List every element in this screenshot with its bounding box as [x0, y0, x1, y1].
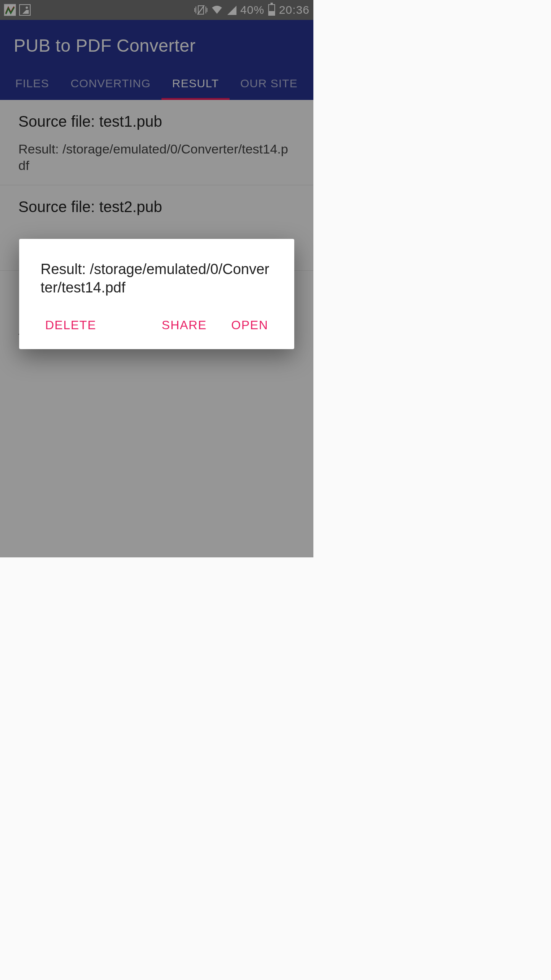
open-button[interactable]: OPEN	[227, 312, 273, 338]
delete-button[interactable]: DELETE	[41, 312, 101, 338]
result-action-dialog: Result: /storage/emulated/0/Converter/te…	[19, 239, 294, 349]
dialog-message: Result: /storage/emulated/0/Converter/te…	[41, 260, 273, 297]
dialog-actions: DELETE SHARE OPEN	[41, 312, 273, 338]
share-button[interactable]: SHARE	[157, 312, 212, 338]
